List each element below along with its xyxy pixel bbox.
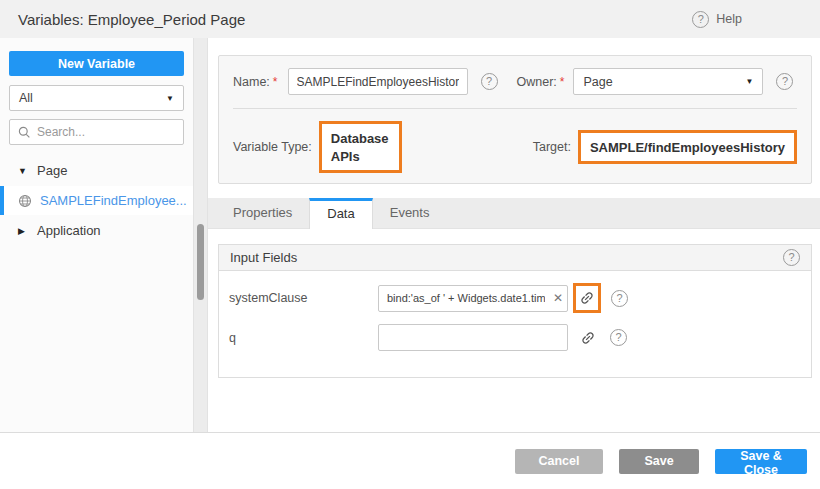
required-marker: * [273, 75, 278, 89]
tab-bar: Properties Data Events [208, 198, 820, 229]
variable-filter-select[interactable]: All ▼ [9, 85, 184, 111]
bind-link-button[interactable] [576, 326, 600, 350]
new-variable-button[interactable]: New Variable [9, 51, 184, 76]
search-box[interactable] [9, 119, 184, 145]
target-highlight: SAMPLE/findEmployeesHistory [578, 130, 797, 164]
input-fields-header: Input Fields ? [218, 244, 812, 271]
help-button[interactable]: ? Help [692, 11, 742, 28]
required-marker: * [560, 75, 565, 89]
tree-item-variable-label: SAMPLEFindEmployee... [40, 193, 187, 208]
tree-item-selected-variable[interactable]: SAMPLEFindEmployee... [0, 186, 193, 215]
bind-link-button-highlighted[interactable] [573, 283, 601, 313]
systemclause-input[interactable] [378, 285, 568, 312]
input-fields-help-icon[interactable]: ? [783, 249, 800, 266]
systemclause-input-wrap: ✕ [378, 285, 568, 312]
link-icon [577, 326, 600, 349]
owner-label: Owner: [517, 75, 557, 89]
name-input[interactable] [288, 68, 468, 95]
input-fields-section: Input Fields ? systemClause ✕ [218, 244, 812, 378]
variable-type-value: Database APIs [331, 131, 389, 164]
target-label: Target: [533, 140, 571, 154]
input-fields-body: systemClause ✕ ? q [218, 271, 812, 378]
target-value: SAMPLE/findEmployeesHistory [590, 140, 785, 155]
tab-properties[interactable]: Properties [216, 198, 309, 228]
tree-node-application-label: Application [37, 223, 101, 238]
name-help-icon[interactable]: ? [481, 73, 498, 90]
input-fields-title: Input Fields [230, 250, 297, 265]
divider [233, 108, 797, 109]
systemclause-help-icon[interactable]: ? [611, 290, 628, 307]
owner-value: Page [583, 75, 612, 89]
owner-select[interactable]: Page ▼ [573, 68, 763, 95]
page-title: Variables: Employee_Period Page [18, 11, 245, 28]
scrollbar-track[interactable] [193, 38, 208, 432]
dialog-header: Variables: Employee_Period Page ? Help [0, 0, 820, 38]
owner-help-icon[interactable]: ? [776, 73, 793, 90]
q-help-icon[interactable]: ? [610, 329, 627, 346]
caret-right-icon: ▶ [18, 226, 28, 236]
caret-down-icon: ▼ [18, 166, 28, 176]
q-input-wrap [378, 324, 568, 351]
sidebar: New Variable All ▼ ▼ Page [0, 38, 193, 432]
help-label: Help [716, 12, 742, 26]
service-variable-icon [18, 194, 32, 208]
scrollbar-thumb[interactable] [197, 224, 204, 300]
q-input[interactable] [378, 324, 568, 351]
name-owner-row: Name: * ? Owner: * Page ▼ ? [233, 68, 797, 95]
q-label: q [229, 331, 378, 345]
chevron-down-icon: ▼ [166, 94, 174, 103]
variable-tree: ▼ Page SAMPLEFindEmployee... [0, 157, 193, 244]
link-icon [576, 287, 599, 310]
variable-editor: Name: * ? Owner: * Page ▼ ? Variable Typ… [208, 38, 820, 432]
cancel-button[interactable]: Cancel [515, 449, 603, 474]
variable-type-label: Variable Type: [233, 140, 312, 154]
search-input[interactable] [37, 125, 175, 139]
field-row-q: q ? [229, 324, 801, 351]
dialog-footer: Cancel Save Save & Close [0, 433, 820, 489]
save-button[interactable]: Save [619, 449, 699, 474]
tree-node-application[interactable]: ▶ Application [0, 217, 193, 244]
tab-data[interactable]: Data [309, 198, 372, 229]
type-target-row: Variable Type: Database APIs Target: SAM… [233, 121, 797, 173]
tree-node-page-label: Page [37, 163, 67, 178]
name-label: Name: [233, 75, 270, 89]
field-row-systemclause: systemClause ✕ ? [229, 283, 801, 313]
chevron-down-icon: ▼ [746, 77, 754, 86]
systemclause-label: systemClause [229, 291, 378, 305]
tab-events[interactable]: Events [373, 198, 447, 228]
variable-filter-value: All [19, 91, 33, 105]
variable-meta-panel: Name: * ? Owner: * Page ▼ ? Variable Typ… [218, 55, 812, 184]
clear-binding-icon[interactable]: ✕ [553, 291, 563, 305]
variables-dialog: Variables: Employee_Period Page ? Help N… [0, 0, 820, 489]
dialog-body: New Variable All ▼ ▼ Page [0, 38, 820, 433]
tree-node-page[interactable]: ▼ Page [0, 157, 193, 184]
search-icon [18, 126, 31, 139]
variable-type-highlight: Database APIs [319, 121, 402, 173]
save-and-close-button[interactable]: Save & Close [715, 449, 807, 474]
help-icon: ? [692, 11, 709, 28]
